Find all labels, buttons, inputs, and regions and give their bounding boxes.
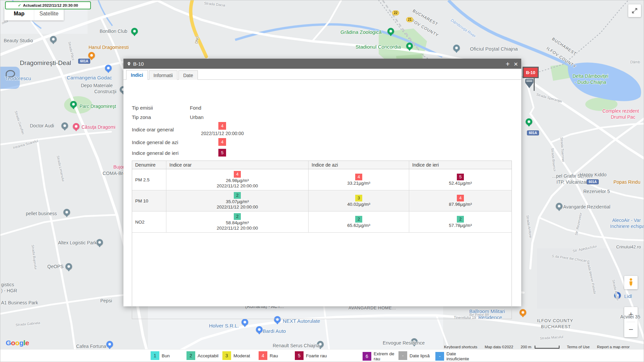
map-label: Avangarde Rezidential: [563, 204, 610, 209]
poi-marker[interactable]: [63, 209, 70, 216]
legend-badge: 6: [363, 352, 371, 361]
keyboard-shortcuts-link[interactable]: Keyboard shortcuts: [444, 345, 477, 349]
legend-item: -Date lipsă: [398, 351, 430, 360]
pollutant-badge: 4: [355, 174, 362, 180]
station-marker-b10[interactable]: B-10: [523, 67, 539, 78]
pollutant-value: 58.84µg/m³: [226, 220, 249, 225]
map-label: Drumul Pac: [611, 114, 635, 120]
map-label: Construcţii: [94, 89, 116, 94]
station-marker-label: B-10: [523, 67, 539, 78]
poi-marker[interactable]: [65, 263, 72, 270]
legend-item: 4Rau: [259, 351, 278, 360]
column-header: Indice de ieri: [409, 161, 512, 169]
legend-badge: -: [435, 352, 444, 361]
stadium-marker[interactable]: [406, 43, 413, 49]
route-badge: 601A: [527, 130, 539, 135]
pollutant-name: NO2: [132, 212, 166, 232]
park-marker[interactable]: [526, 118, 532, 125]
bar-marker[interactable]: [131, 28, 138, 35]
map-label: Inchiriere echipan: [610, 224, 644, 229]
route-badge: 601A: [587, 179, 599, 184]
poi-marker[interactable]: [50, 36, 57, 43]
legend-badge: 2: [186, 351, 195, 360]
post-office-marker[interactable]: [453, 45, 460, 51]
legend-badge: 5: [295, 351, 304, 360]
index-badge: 4: [218, 138, 226, 146]
cafe-marker[interactable]: [106, 341, 113, 348]
legend-label: Date lipsă: [410, 353, 430, 358]
legend-item: 5Foarte rau: [295, 351, 327, 360]
poi-marker[interactable]: [556, 203, 562, 209]
pollutant-timestamp: 2022/11/12 20:00:00: [217, 226, 258, 231]
pollutant-value: 35.07µg/m³: [226, 199, 249, 204]
pollutant-value: 87.96µg/m³: [449, 202, 472, 207]
legend-item: 2Acceptabil: [186, 351, 218, 360]
poi-marker[interactable]: [520, 309, 526, 316]
legend-badge: 3: [222, 351, 231, 360]
map-label: BonBon Club: [100, 28, 127, 34]
column-header: Denumire: [132, 161, 166, 169]
fullscreen-button[interactable]: [628, 4, 641, 17]
store-marker[interactable]: [256, 326, 263, 333]
shopping-marker[interactable]: [105, 65, 112, 71]
map-label: AlecoAir - Var: [612, 218, 641, 223]
legend-label: Acceptabil: [198, 353, 218, 358]
pollutant-azi-cell: 433.21µg/m³: [309, 169, 409, 190]
pollutant-table: DenumireIndice orarIndice de aziIndice d…: [132, 161, 512, 319]
location-pin-icon: [127, 61, 131, 67]
index-badge: 5: [218, 149, 226, 157]
tab-indici[interactable]: Indici: [126, 70, 148, 80]
pollutant-ieri-cell: 552.41µg/m³: [409, 169, 512, 190]
lodging-marker[interactable]: [73, 123, 79, 130]
index-label: Indice orar general: [132, 127, 174, 132]
map-label: Altex Logistic Park: [58, 240, 97, 245]
pollutant-badge: 4: [234, 171, 241, 178]
expand-button[interactable]: +: [505, 60, 509, 67]
expand-arrows-icon: [631, 7, 638, 14]
park-marker[interactable]: [70, 101, 77, 108]
map-label: Bardi Auto: [263, 328, 286, 334]
poi-marker[interactable]: [61, 122, 68, 129]
poi-marker[interactable]: [96, 239, 103, 246]
pollutant-value: 52.41µg/m³: [449, 181, 472, 186]
station-pin-icon: [525, 79, 533, 83]
map-label: Holver S.R.L.: [209, 323, 239, 328]
report-map-error-link[interactable]: Report a map error: [597, 345, 630, 349]
map-data-text: Map data ©2022: [485, 345, 513, 349]
map-label: Grădina Zoologică: [340, 29, 382, 35]
tab-date[interactable]: Date: [178, 70, 198, 80]
route-badge: 601A: [78, 59, 90, 64]
legend-label: Bun: [162, 353, 170, 358]
pegman-control[interactable]: [624, 276, 638, 289]
legend-item: 3Moderat: [222, 351, 250, 360]
index-badge: 4: [218, 122, 226, 130]
store-marker[interactable]: [241, 319, 248, 325]
map-label: Căsuţa Dragomi: [82, 124, 115, 130]
map-label: QeOPS: [47, 264, 63, 269]
legend-badge: 1: [151, 351, 159, 360]
pollutant-badge: 4: [457, 195, 464, 201]
scale-bar: [535, 346, 559, 349]
zoo-marker[interactable]: [387, 28, 394, 35]
tab-informatii[interactable]: Informatii: [149, 70, 178, 80]
pollutant-timestamp: 2022/11/12 20:00:00: [217, 204, 258, 209]
close-button[interactable]: ×: [514, 60, 518, 67]
table-row: NO2258.84µg/m³2022/11/12 20:00:00265.62µ…: [132, 212, 512, 233]
terms-of-use-link[interactable]: Terms of Use: [567, 345, 590, 349]
field-value: Fond: [190, 105, 201, 111]
map-attribution: Keyboard shortcuts Map data ©2022 200 m …: [444, 345, 630, 349]
pollutant-timestamp: 2022/11/12 20:00:00: [217, 183, 258, 188]
map-label: Parc Dragomireşt: [79, 104, 116, 109]
pollutant-ieri-cell: 257.78µg/m³: [409, 212, 512, 232]
zoom-out-button[interactable]: −: [624, 322, 638, 337]
pollutant-ieri-cell: 487.96µg/m³: [409, 190, 512, 211]
station-popup: B-10 + × IndiciInformatiiDate Tip emisii…: [123, 59, 521, 306]
pollutant-value: 57.78µg/m³: [449, 223, 472, 228]
legend-item: 6Extrem de rau: [363, 351, 402, 361]
google-logo[interactable]: Google: [6, 339, 29, 347]
table-row: PM 10235.07µg/m³2022/11/12 20:00:00340.0…: [132, 190, 512, 212]
map-label: gistics: [1, 282, 14, 287]
restaurant-marker[interactable]: [88, 52, 95, 59]
map-label: Dâmb: [630, 60, 640, 64]
popup-header[interactable]: B-10 + ×: [123, 59, 521, 69]
